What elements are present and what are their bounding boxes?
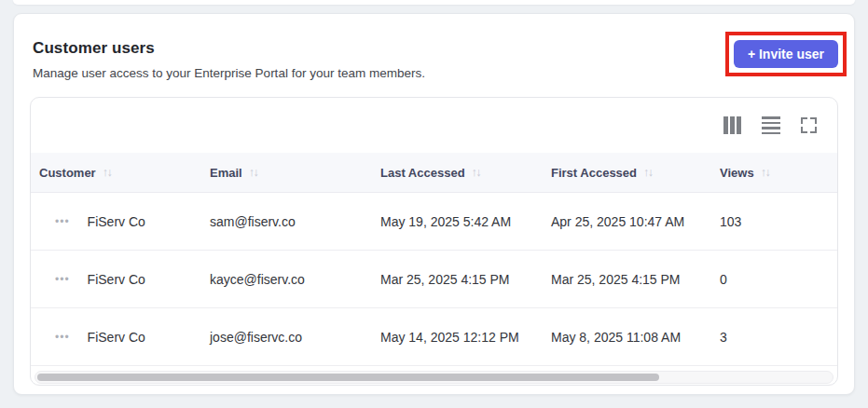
column-header-label: First Accessed [551,166,637,180]
first-accessed-cell: Mar 25, 2025 4:15 PM [543,272,711,287]
customer-cell: ••• FiServ Co [31,214,201,229]
horizontal-scroll-zone [31,366,837,384]
column-header-views[interactable]: Views ↑↓ [711,166,837,180]
row-menu-icon[interactable]: ••• [55,217,70,226]
views-cell: 103 [711,214,837,229]
row-menu-icon[interactable]: ••• [55,275,70,284]
column-header-label: Last Accessed [380,166,465,180]
customer-users-card: Customer users Manage user access to you… [13,13,855,395]
columns-icon[interactable] [723,116,741,134]
rows-icon[interactable] [762,116,780,134]
views-cell: 3 [711,330,837,345]
row-menu-icon[interactable]: ••• [55,333,70,342]
column-header-email[interactable]: Email ↑↓ [201,166,372,180]
sort-icon[interactable]: ↑↓ [643,166,654,179]
horizontal-scrollbar-thumb[interactable] [37,374,659,381]
customer-name: FiServ Co [88,272,145,287]
last-accessed-cell: Mar 25, 2025 4:15 PM [372,272,543,287]
column-header-customer[interactable]: Customer ↑↓ [31,166,201,180]
table-row: ••• FiServ Co sam@fiserv.co May 19, 2025… [31,193,837,251]
first-accessed-cell: May 8, 2025 11:08 AM [543,330,711,345]
invite-user-button[interactable]: + Invite user [734,40,838,68]
table-row: ••• FiServ Co kayce@fiserv.co Mar 25, 20… [31,251,837,308]
email-cell: sam@fiserv.co [201,214,372,229]
email-cell: kayce@fiserv.co [201,272,372,287]
customer-cell: ••• FiServ Co [31,330,201,345]
users-table-panel: Customer ↑↓ Email ↑↓ Last Accessed ↑↓ Fi… [30,97,838,386]
table-toolbar [31,98,837,153]
sort-icon[interactable]: ↑↓ [103,166,114,179]
column-header-last-accessed[interactable]: Last Accessed ↑↓ [372,166,543,180]
first-accessed-cell: Apr 25, 2025 10:47 AM [543,214,711,229]
column-header-label: Email [210,166,242,180]
sort-icon[interactable]: ↑↓ [249,166,260,179]
table-row: ••• FiServ Co jose@fiservc.co May 14, 20… [31,308,837,366]
horizontal-scrollbar-track[interactable] [34,371,834,384]
previous-card-bottom-edge [13,0,855,5]
customer-name: FiServ Co [88,214,145,229]
customer-cell: ••• FiServ Co [31,272,201,287]
customer-name: FiServ Co [88,330,145,345]
views-cell: 0 [711,272,837,287]
sort-icon[interactable]: ↑↓ [472,166,483,179]
column-header-label: Customer [39,166,96,180]
last-accessed-cell: May 19, 2025 5:42 AM [372,214,543,229]
expand-icon[interactable] [801,117,817,133]
last-accessed-cell: May 14, 2025 12:12 PM [372,330,543,345]
page-title: Customer users [33,39,155,58]
page-subtitle: Manage user access to your Enterprise Po… [33,66,425,80]
table-header-row: Customer ↑↓ Email ↑↓ Last Accessed ↑↓ Fi… [31,153,837,193]
column-header-label: Views [720,166,754,180]
sort-icon[interactable]: ↑↓ [761,166,772,179]
email-cell: jose@fiservc.co [201,330,372,345]
column-header-first-accessed[interactable]: First Accessed ↑↓ [543,166,711,180]
annotation-highlight: + Invite user [725,32,847,76]
